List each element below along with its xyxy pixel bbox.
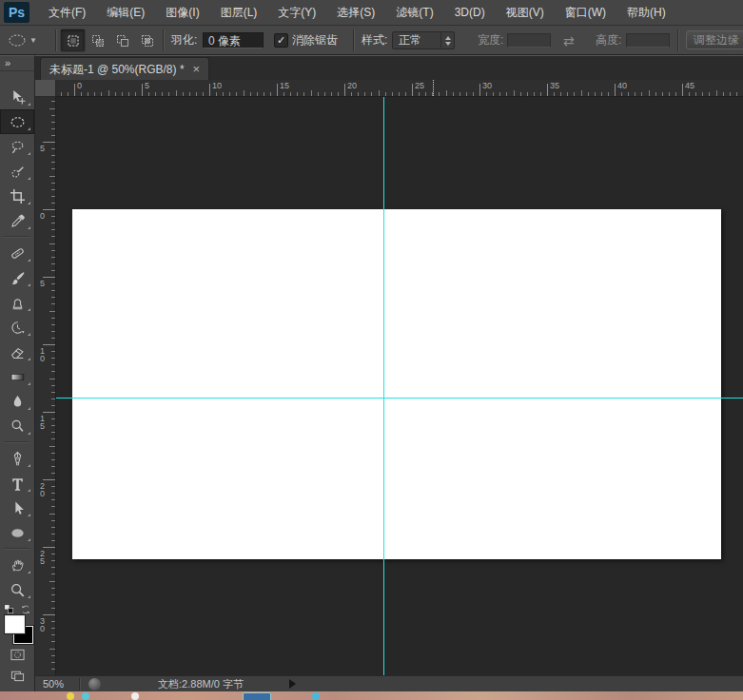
tool-move[interactable] — [0, 85, 34, 109]
tool-ellipse-shape[interactable] — [0, 520, 34, 545]
taskbar-icon — [312, 692, 320, 700]
menu-item-select[interactable]: 选择(S) — [326, 0, 385, 25]
divider — [79, 678, 81, 690]
document-tab[interactable]: 未标题-1 @ 50%(RGB/8) * × — [40, 57, 209, 81]
tool-pen[interactable] — [0, 446, 34, 471]
tool-dodge[interactable] — [0, 414, 34, 438]
tools-panel: » — [0, 55, 35, 691]
close-tab-icon[interactable]: × — [193, 64, 201, 75]
taskbar-icon — [67, 692, 74, 700]
taskbar-icon — [82, 692, 89, 700]
tool-hand[interactable] — [0, 553, 34, 577]
tool-gradient[interactable] — [0, 364, 34, 389]
selection-mode-buttons — [61, 26, 160, 55]
feather-input[interactable]: 0 像素 — [203, 32, 264, 49]
status-sphere-icon[interactable] — [88, 678, 101, 690]
menu-item-view[interactable]: 视图(V) — [496, 0, 555, 25]
add-to-selection-button[interactable] — [86, 29, 109, 51]
menu-item-edit[interactable]: 编辑(E) — [96, 0, 155, 25]
tool-zoom[interactable] — [0, 577, 34, 602]
tool-spot-healing-brush[interactable] — [0, 241, 34, 265]
antialias-label: 消除锯齿 — [292, 26, 338, 55]
screen-mode-button[interactable] — [5, 667, 29, 684]
tool-path-selection[interactable] — [0, 496, 34, 520]
divider — [353, 29, 355, 51]
new-selection-button[interactable] — [61, 29, 85, 51]
zoom-level-field[interactable]: 50% — [35, 678, 79, 690]
spinner-icon[interactable] — [440, 32, 454, 49]
tool-group-divider — [0, 545, 34, 553]
menu-item-type[interactable]: 文字(Y) — [267, 0, 326, 25]
tool-options-bar: ▼ 羽化: 0 像素 ✓ 消除锯齿 样式: 正常 宽度: ⇄ 高度: 调整边缘 — [0, 26, 743, 55]
horizontal-ruler[interactable]: 051015202530354045 — [56, 80, 743, 97]
status-flyout-arrow-icon[interactable] — [289, 679, 296, 689]
menu-bar: Ps 文件(F)编辑(E)图像(I)图层(L)文字(Y)选择(S)滤镜(T)3D… — [0, 0, 743, 26]
canvas-viewport[interactable] — [56, 97, 743, 675]
collapse-panel-button[interactable]: » — [0, 56, 34, 71]
document-tab-title: 未标题-1 @ 50%(RGB/8) * — [49, 62, 185, 78]
menu-item-filter[interactable]: 滤镜(T) — [385, 0, 443, 25]
taskbar-icon — [243, 692, 271, 700]
elliptical-marquee-icon — [8, 33, 27, 48]
menu-item-3d[interactable]: 3D(D) — [444, 0, 496, 25]
canvas[interactable] — [72, 209, 721, 559]
document-window: 未标题-1 @ 50%(RGB/8) * × 05101520253035404… — [35, 55, 743, 691]
width-label: 宽度: — [478, 26, 503, 55]
tool-lasso[interactable] — [0, 134, 34, 159]
quick-mask-button[interactable] — [5, 646, 29, 663]
tool-crop[interactable] — [0, 184, 34, 208]
menu-item-help[interactable]: 帮助(H) — [616, 0, 676, 25]
status-bar: 50% 文档:2.88M/0 字节 — [35, 675, 743, 691]
intersect-selection-button[interactable] — [135, 29, 159, 51]
tool-eraser[interactable] — [0, 340, 34, 364]
antialias-checkbox[interactable]: ✓ — [274, 33, 288, 48]
tool-clone-stamp[interactable] — [0, 290, 34, 315]
width-input[interactable] — [507, 33, 551, 48]
tool-preset-picker[interactable]: ▼ — [5, 26, 40, 55]
style-label: 样式: — [362, 26, 387, 55]
height-input[interactable] — [626, 33, 670, 48]
tool-group-divider — [0, 233, 34, 241]
taskbar-icon — [131, 692, 139, 700]
tool-group-divider — [0, 438, 34, 446]
tool-blur[interactable] — [0, 389, 34, 414]
tool-eyedropper[interactable] — [0, 208, 34, 233]
horizontal-guide[interactable] — [56, 398, 743, 399]
foreground-color-swatch[interactable] — [5, 615, 25, 633]
refine-edge-button[interactable]: 调整边缘 — [686, 30, 743, 49]
divider — [677, 29, 679, 51]
document-size-info: 文档:2.88M/0 字节 — [129, 677, 272, 691]
style-select-value: 正常 — [393, 32, 440, 49]
swap-width-height-icon[interactable]: ⇄ — [563, 26, 575, 55]
tool-quick-selection[interactable] — [0, 159, 34, 184]
menu-item-image[interactable]: 图像(I) — [155, 0, 209, 25]
divider — [55, 29, 57, 51]
tool-list — [0, 85, 34, 602]
ruler-origin-box[interactable] — [35, 80, 56, 97]
menu-items: 文件(F)编辑(E)图像(I)图层(L)文字(Y)选择(S)滤镜(T)3D(D)… — [38, 0, 676, 25]
swap-colors-icon[interactable] — [20, 602, 31, 613]
default-colors-icon[interactable] — [4, 602, 15, 613]
photoshop-logo: Ps — [4, 2, 29, 23]
vertical-ruler[interactable]: 5051 01 52 02 53 0 — [35, 97, 56, 675]
height-label: 高度: — [596, 26, 621, 55]
tool-history-brush[interactable] — [0, 315, 34, 340]
tool-brush[interactable] — [0, 265, 34, 290]
color-mini-icons — [0, 602, 35, 615]
chevron-down-icon: ▼ — [29, 36, 37, 45]
vertical-guide[interactable] — [383, 97, 384, 675]
divider — [163, 29, 165, 51]
windows-taskbar-sliver[interactable] — [0, 691, 743, 700]
menu-item-file[interactable]: 文件(F) — [38, 0, 96, 25]
menu-item-layer[interactable]: 图层(L) — [210, 0, 268, 25]
feather-label: 羽化: — [171, 26, 197, 55]
subtract-from-selection-button[interactable] — [110, 29, 134, 51]
style-select[interactable]: 正常 — [392, 31, 455, 49]
tool-elliptical-marquee[interactable] — [0, 109, 34, 134]
document-tab-bar: 未标题-1 @ 50%(RGB/8) * × — [35, 55, 743, 80]
menu-item-window[interactable]: 窗口(W) — [555, 0, 616, 25]
tool-type[interactable] — [0, 471, 34, 496]
